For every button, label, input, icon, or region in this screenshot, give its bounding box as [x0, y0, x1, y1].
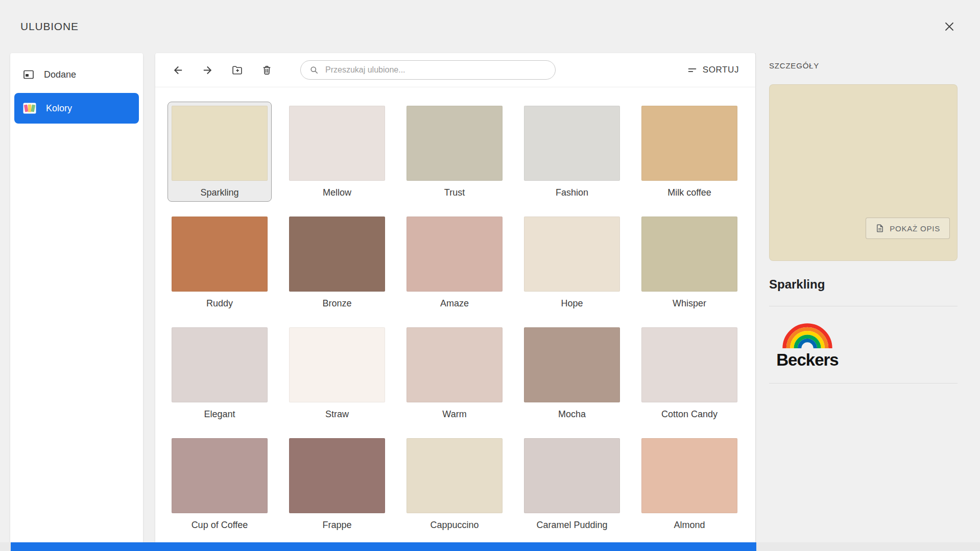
color-name: Whisper	[641, 298, 737, 309]
color-swatch	[524, 438, 620, 513]
color-swatch	[289, 106, 385, 181]
color-name: Trust	[407, 187, 503, 198]
beckers-logo: Beckers	[769, 320, 958, 371]
close-button[interactable]	[940, 17, 959, 36]
color-swatch	[641, 327, 737, 402]
color-name: Amaze	[407, 298, 503, 309]
color-name: Mocha	[524, 409, 620, 420]
color-swatch-card[interactable]: Mocha	[520, 323, 624, 423]
color-name: Hope	[524, 298, 620, 309]
color-swatch-card[interactable]: Ruddy	[168, 212, 272, 313]
color-swatch	[407, 327, 503, 402]
color-swatch-card[interactable]: Fashion	[520, 102, 624, 202]
horizontal-scrollbar-track	[0, 542, 980, 551]
color-swatch-card[interactable]: Sparkling	[168, 102, 272, 202]
color-swatch	[172, 217, 268, 292]
details-swatch: POKAŻ OPIS	[769, 84, 958, 261]
color-swatch-card[interactable]: Caramel Pudding	[520, 434, 624, 534]
show-description-button[interactable]: POKAŻ OPIS	[866, 218, 950, 239]
color-swatch-card[interactable]: Mellow	[285, 102, 389, 202]
search-icon	[309, 65, 319, 75]
color-swatch-card[interactable]: Almond	[637, 434, 742, 534]
grid-scroll-area: Sparkling Mellow Trust Fashion Milk coff…	[155, 87, 755, 542]
color-name: Fashion	[524, 187, 620, 198]
delete-button[interactable]	[257, 61, 276, 79]
color-swatch-card[interactable]: Warm	[402, 323, 507, 423]
color-name: Bronze	[289, 298, 385, 309]
color-swatch	[407, 106, 503, 181]
show-description-label: POKAŻ OPIS	[890, 224, 940, 233]
sidebar-item-label: Dodane	[44, 69, 76, 80]
color-swatch	[641, 106, 737, 181]
trash-icon	[261, 64, 273, 76]
color-name: Sparkling	[172, 187, 268, 198]
selected-color-name: Sparkling	[769, 277, 958, 292]
favorites-window: ULUBIONE Dodane	[0, 0, 980, 551]
sidebar: Dodane Kolory	[10, 53, 143, 542]
color-swatch-card[interactable]: Hope	[520, 212, 624, 313]
horizontal-scrollbar-thumb[interactable]	[11, 542, 756, 551]
color-swatch	[172, 106, 268, 181]
color-swatch-card[interactable]: Cup of Coffee	[168, 434, 272, 534]
color-swatch-card[interactable]: Elegant	[168, 323, 272, 423]
toolbar: SORTUJ	[155, 53, 755, 87]
back-icon	[172, 64, 184, 76]
color-swatch	[641, 438, 737, 513]
color-name: Straw	[289, 409, 385, 420]
divider	[769, 306, 958, 306]
sort-button-label: SORTUJ	[703, 65, 739, 75]
page-title: ULUBIONE	[20, 20, 79, 33]
color-swatch-card[interactable]: Cotton Candy	[637, 323, 742, 423]
back-button[interactable]	[169, 61, 187, 79]
color-swatch-card[interactable]: Whisper	[637, 212, 742, 313]
main-content: SORTUJ Sparkling Mellow Trust Fashion Mi…	[155, 53, 755, 542]
color-swatch-card[interactable]: Bronze	[285, 212, 389, 313]
color-name: Cup of Coffee	[172, 520, 268, 531]
color-swatch-card[interactable]: Trust	[402, 102, 507, 202]
color-swatch	[407, 217, 503, 292]
sidebar-item-kolory[interactable]: Kolory	[14, 93, 139, 124]
color-name: Mellow	[289, 187, 385, 198]
window-body: Dodane Kolory	[0, 53, 980, 542]
color-swatch	[407, 438, 503, 513]
color-swatch-card[interactable]: Amaze	[402, 212, 507, 313]
color-swatch-card[interactable]: Straw	[285, 323, 389, 423]
color-name: Elegant	[172, 409, 268, 420]
rainbow-logo	[784, 325, 830, 348]
forward-icon	[202, 64, 213, 76]
forward-button[interactable]	[198, 61, 217, 79]
details-panel: SZCZEGÓŁY POKAŻ OPIS Sparkling	[755, 53, 980, 542]
color-swatch	[524, 217, 620, 292]
sidebar-item-label: Kolory	[46, 103, 72, 114]
brand-wordmark: Beckers	[776, 350, 838, 369]
titlebar: ULUBIONE	[0, 0, 980, 53]
color-name: Cotton Candy	[641, 409, 737, 420]
search-box	[300, 60, 556, 80]
colors-icon	[22, 101, 37, 115]
color-grid: Sparkling Mellow Trust Fashion Milk coff…	[155, 87, 755, 542]
close-icon	[943, 20, 955, 33]
color-swatch	[289, 327, 385, 402]
color-name: Frappe	[289, 520, 385, 531]
color-swatch	[524, 106, 620, 181]
divider	[769, 383, 958, 384]
color-name: Caramel Pudding	[524, 520, 620, 531]
color-name: Almond	[641, 520, 737, 531]
added-icon	[22, 68, 35, 81]
color-swatch-card[interactable]: Cappuccino	[402, 434, 507, 534]
color-swatch-card[interactable]: Frappe	[285, 434, 389, 534]
color-swatch	[289, 217, 385, 292]
color-swatch	[641, 217, 737, 292]
color-name: Ruddy	[172, 298, 268, 309]
sidebar-item-dodane[interactable]: Dodane	[14, 59, 139, 90]
color-name: Cappuccino	[407, 520, 503, 531]
color-swatch	[524, 327, 620, 402]
new-folder-icon	[231, 64, 243, 76]
sort-button[interactable]: SORTUJ	[684, 64, 742, 76]
new-folder-button[interactable]	[228, 61, 246, 79]
color-name: Warm	[407, 409, 503, 420]
search-input[interactable]	[324, 65, 547, 75]
color-swatch-card[interactable]: Milk coffee	[637, 102, 742, 202]
color-swatch	[289, 438, 385, 513]
sort-icon	[687, 65, 698, 76]
